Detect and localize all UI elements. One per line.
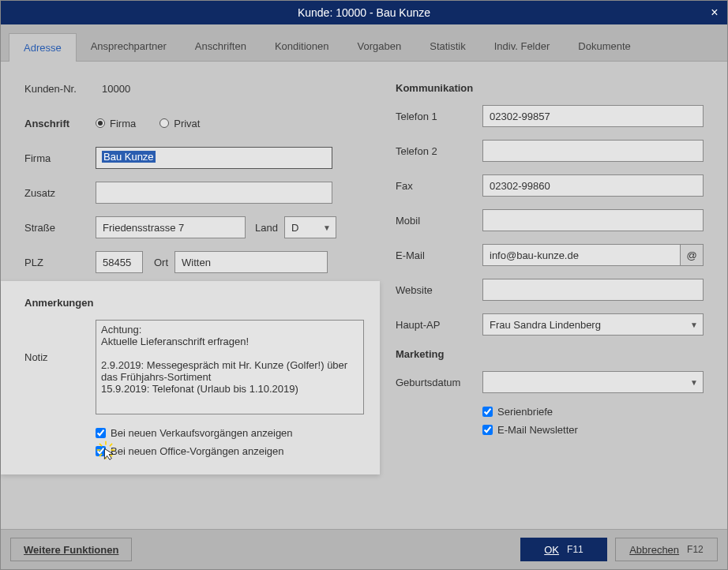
tab-statistik[interactable]: Statistik xyxy=(415,32,480,61)
land-dropdown[interactable]: D ▼ xyxy=(284,216,336,238)
radio-privat[interactable]: Privat xyxy=(159,118,200,129)
anschrift-label: Anschrift xyxy=(24,118,96,129)
chk-office[interactable]: Bei neuen Office-Vorgängen anzeigen xyxy=(96,445,364,457)
chk-verkauf[interactable]: Bei neuen Verkaufsvorgängen anzeigen xyxy=(96,427,364,439)
kundennr-label: Kunden-Nr. xyxy=(24,83,96,95)
tel2-input[interactable] xyxy=(482,140,704,162)
firma-label: Firma xyxy=(24,152,96,164)
tel2-label: Telefon 2 xyxy=(396,145,482,157)
tab-anschriften[interactable]: Anschriften xyxy=(181,32,261,61)
website-input[interactable] xyxy=(482,279,704,301)
firma-input[interactable] xyxy=(96,147,332,169)
tab-indiv-felder[interactable]: Indiv. Felder xyxy=(480,32,565,61)
ort-label: Ort xyxy=(154,257,168,268)
chevron-down-icon: ▼ xyxy=(323,223,331,232)
hauptap-label: Haupt-AP xyxy=(396,319,482,331)
email-input[interactable] xyxy=(482,244,681,266)
land-label: Land xyxy=(255,222,278,234)
ok-button[interactable]: OK F11 xyxy=(520,538,607,561)
communication-column: Kommunikation Telefon 1 Telefon 2 Fax Mo… xyxy=(396,77,704,521)
chevron-down-icon: ▼ xyxy=(690,321,698,329)
chevron-down-icon: ▼ xyxy=(690,378,698,387)
tel1-label: Telefon 1 xyxy=(396,111,482,122)
close-button[interactable]: × xyxy=(702,1,727,24)
customer-dialog: Kunde: 10000 - Bau Kunze × Adresse Anspr… xyxy=(0,0,728,570)
geburt-label: Geburtsdatum xyxy=(396,377,482,388)
hauptap-dropdown[interactable]: Frau Sandra Lindenberg ▼ xyxy=(482,313,704,336)
footer: Weitere Funktionen OK F11 Abbrechen F12 xyxy=(1,529,727,569)
checkbox-icon[interactable] xyxy=(96,428,106,438)
tab-dokumente[interactable]: Dokumente xyxy=(564,32,644,61)
chk-serienbriefe[interactable]: Serienbriefe xyxy=(482,406,704,418)
address-column: Kunden-Nr. 10000 Anschrift Firma Privat … xyxy=(24,77,372,521)
strasse-input[interactable] xyxy=(96,216,246,238)
checkbox-icon[interactable] xyxy=(96,446,106,456)
window-title: Kunde: 10000 - Bau Kunze xyxy=(298,6,430,19)
plz-input[interactable] xyxy=(96,251,143,273)
geburt-dropdown[interactable]: ▼ xyxy=(482,371,704,393)
radio-firma[interactable]: Firma xyxy=(96,118,136,129)
tel1-input[interactable] xyxy=(482,105,704,127)
zusatz-input[interactable] xyxy=(96,182,332,204)
mobil-label: Mobil xyxy=(396,215,482,227)
anmerkungen-label: Anmerkungen xyxy=(24,297,364,309)
chk-newsletter[interactable]: E-Mail Newsletter xyxy=(482,424,704,436)
notiz-textarea[interactable] xyxy=(96,320,364,414)
ort-input[interactable] xyxy=(174,251,328,273)
marketing-label: Marketing xyxy=(396,348,704,360)
email-label: E-Mail xyxy=(396,249,482,261)
kundennr-value: 10000 xyxy=(96,83,130,95)
strasse-label: Straße xyxy=(24,222,96,234)
weitere-funktionen-button[interactable]: Weitere Funktionen xyxy=(10,538,132,561)
radio-dot-icon xyxy=(96,118,105,128)
website-label: Website xyxy=(396,284,482,296)
mobil-input[interactable] xyxy=(482,209,704,231)
email-at-button[interactable]: @ xyxy=(680,244,704,266)
tab-adresse[interactable]: Adresse xyxy=(9,33,77,62)
kommunikation-label: Kommunikation xyxy=(396,82,704,94)
radio-dot-icon xyxy=(159,118,169,128)
checkbox-icon[interactable] xyxy=(482,407,493,417)
fax-label: Fax xyxy=(396,180,482,192)
checkbox-icon[interactable] xyxy=(482,425,493,435)
notes-panel: Anmerkungen Notiz Bei neuen Verkaufsvorg… xyxy=(1,281,380,474)
zusatz-label: Zusatz xyxy=(24,187,96,199)
notiz-label: Notiz xyxy=(24,351,96,363)
tab-vorgaben[interactable]: Vorgaben xyxy=(343,32,416,61)
plz-label: PLZ xyxy=(24,257,96,268)
tab-bar: Adresse Ansprechpartner Anschriften Kond… xyxy=(1,24,727,62)
titlebar: Kunde: 10000 - Bau Kunze × xyxy=(1,1,727,24)
content-area: Kunden-Nr. 10000 Anschrift Firma Privat … xyxy=(1,62,727,529)
tab-ansprechpartner[interactable]: Ansprechpartner xyxy=(77,32,181,61)
cancel-button[interactable]: Abbrechen F12 xyxy=(615,538,718,561)
tab-konditionen[interactable]: Konditionen xyxy=(261,32,343,61)
fax-input[interactable] xyxy=(482,174,704,197)
